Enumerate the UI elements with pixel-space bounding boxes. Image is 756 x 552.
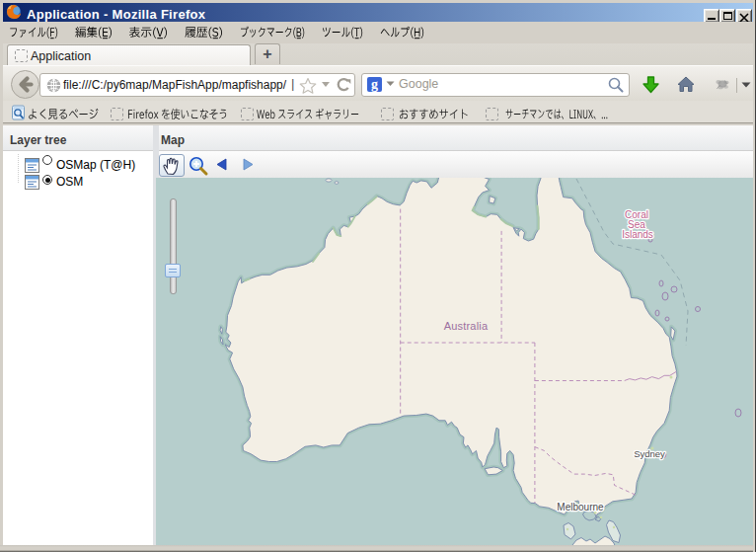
- svg-text:Melbourne: Melbourne: [557, 502, 604, 513]
- svg-text:Australia: Australia: [444, 320, 489, 332]
- svg-text:Sydney: Sydney: [634, 448, 665, 459]
- svg-text:Islands: Islands: [622, 229, 653, 240]
